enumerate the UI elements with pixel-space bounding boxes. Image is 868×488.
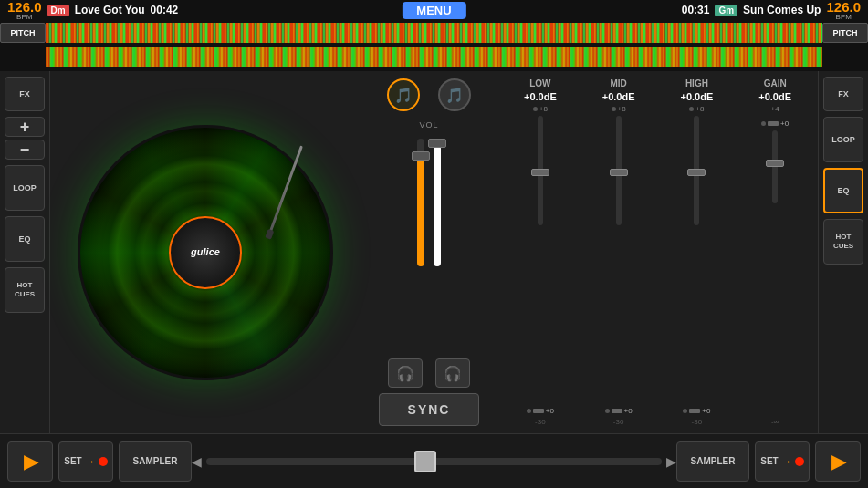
left-fx-button[interactable]: FX: [5, 77, 45, 111]
left-timer: 00:42: [151, 4, 179, 16]
left-fader-track[interactable]: [417, 139, 424, 266]
right-play-button[interactable]: ▶: [815, 441, 861, 482]
right-waveform: [46, 47, 822, 67]
right-pitch-button[interactable]: PITCH: [822, 23, 868, 43]
crossfader-area: ◀ ▶: [197, 458, 671, 465]
eq-mid-minus30: -30: [613, 418, 624, 426]
eq-low-fader-area: [505, 116, 576, 404]
eq-low-minus30: -30: [535, 418, 546, 426]
left-headphone-button[interactable]: 🎧: [388, 358, 423, 388]
right-fader-fill: [434, 145, 441, 266]
eq-band-high: HIGH +0.0dE +8 +0 -30: [662, 78, 733, 426]
eq-gain-dot: [761, 121, 766, 126]
right-sidebar: FX LOOP EQ HOTCUES: [818, 71, 868, 433]
right-set-group: SET →: [755, 441, 810, 482]
eq-mid-dot2: [605, 409, 610, 413]
left-track-title: Love Got You: [75, 4, 145, 16]
eq-gain-label: GAIN: [764, 78, 787, 88]
right-hotcues-button[interactable]: HOTCUES: [823, 219, 863, 265]
left-eq-button[interactable]: EQ: [5, 216, 45, 262]
eq-high-thumb[interactable]: [687, 169, 706, 176]
eq-gain-minus-inf: -∞: [771, 418, 779, 426]
right-timer: 00:31: [682, 4, 710, 16]
eq-high-track[interactable]: [694, 116, 699, 225]
right-set-label: SET: [760, 456, 778, 466]
left-bpm-label: BPM: [16, 14, 32, 21]
eq-gain-rect: [768, 121, 779, 126]
mixer-center: 🎵 🎵 VOL 🎧 🎧 SYNC: [361, 71, 497, 433]
eq-gain-fader-area: [739, 130, 810, 415]
vol-label: VOL: [419, 120, 438, 130]
main-content: FX + − LOOP EQ HOTCUES gulice 🎵 🎵 VOL: [0, 71, 868, 433]
left-fader-container: [417, 135, 424, 281]
left-add-button[interactable]: +: [5, 117, 45, 137]
left-bpm-value: 126.0: [7, 0, 42, 14]
left-set-arrow: →: [85, 455, 96, 468]
left-key-badge: Dm: [47, 5, 69, 16]
right-fader-thumb[interactable]: [428, 139, 446, 148]
eq-low-track[interactable]: [538, 116, 543, 225]
menu-button[interactable]: MENU: [402, 2, 465, 19]
waveform-bottom-row: [0, 46, 868, 67]
bottom-bar: ▶ SET → SAMPLER ◀ ▶ SAMPLER SET → ▶: [0, 433, 868, 488]
waveform-section: PITCH PITCH: [0, 20, 868, 71]
eq-gain-thumb[interactable]: [766, 160, 784, 167]
channel-icons: 🎵 🎵: [387, 78, 471, 111]
left-channel-icon[interactable]: 🎵: [387, 78, 420, 111]
eq-band-low: LOW +0.0dE +8 +0 -30: [505, 78, 576, 426]
eq-mid-rect: [612, 409, 622, 413]
eq-low-dot2: [527, 409, 531, 413]
left-fader-thumb[interactable]: [412, 151, 430, 161]
right-fx-button[interactable]: FX: [823, 77, 863, 111]
left-deck-info: 126.0 BPM Dm Love Got You 00:42: [7, 0, 178, 21]
right-sampler-button[interactable]: SAMPLER: [676, 441, 749, 482]
eq-mid-track[interactable]: [616, 116, 622, 225]
eq-low-thumb[interactable]: [531, 169, 549, 176]
left-sidebar: FX + − LOOP EQ HOTCUES: [0, 71, 50, 433]
tonearm: [269, 145, 303, 232]
crossfader-track[interactable]: [206, 458, 662, 465]
eq-gain-track[interactable]: [772, 130, 778, 203]
right-eq-button[interactable]: EQ: [823, 168, 863, 213]
sync-button[interactable]: SYNC: [379, 393, 479, 426]
left-play-button[interactable]: ▶: [7, 441, 53, 482]
left-set-button[interactable]: SET →: [58, 441, 113, 482]
left-deck: gulice: [50, 71, 361, 433]
eq-mid-fader-area: [583, 116, 654, 404]
right-headphone-button[interactable]: 🎧: [435, 358, 470, 388]
turntable-brand: gulice: [191, 246, 220, 258]
turntable: gulice: [78, 125, 333, 380]
crossfader-left-arrow: ◀: [192, 454, 202, 469]
eq-high-minus30: -30: [692, 418, 703, 426]
turntable-label: gulice: [169, 216, 242, 289]
eq-mid-thumb[interactable]: [610, 169, 628, 176]
eq-mid-value: +0.0dE: [602, 91, 635, 102]
eq-low-plus8: +8: [539, 105, 548, 113]
left-set-dot: [99, 457, 108, 466]
right-bpm-label: BPM: [836, 14, 852, 21]
eq-gain-plus4: +4: [771, 105, 779, 113]
crossfader-thumb[interactable]: [414, 451, 436, 472]
left-set-group: SET →: [58, 441, 113, 482]
right-loop-button[interactable]: LOOP: [823, 117, 863, 162]
eq-low-plus0: +0: [546, 407, 554, 415]
top-bar: 126.0 BPM Dm Love Got You 00:42 MENU 00:…: [0, 0, 868, 20]
eq-low-label: LOW: [529, 78, 550, 88]
left-hotcues-button[interactable]: HOTCUES: [5, 267, 45, 313]
eq-bands: LOW +0.0dE +8 +0 -30: [505, 78, 810, 426]
right-set-button[interactable]: SET →: [755, 441, 810, 482]
eq-high-value: +0.0dE: [680, 91, 713, 102]
eq-high-plus0: +0: [702, 407, 710, 415]
eq-high-fader-area: [662, 116, 733, 404]
left-minus-button[interactable]: −: [5, 140, 45, 160]
right-channel-icon[interactable]: 🎵: [438, 78, 471, 111]
right-fader-track[interactable]: [434, 139, 441, 266]
waveform-top-row: PITCH PITCH: [0, 22, 868, 44]
right-waveform-visual: [46, 47, 822, 67]
right-set-dot: [795, 457, 804, 466]
left-sampler-button[interactable]: SAMPLER: [119, 441, 192, 482]
eq-mid-plus8: +8: [618, 105, 626, 113]
left-pitch-button[interactable]: PITCH: [0, 23, 46, 43]
eq-high-label: HIGH: [685, 78, 708, 88]
left-loop-button[interactable]: LOOP: [5, 165, 45, 211]
